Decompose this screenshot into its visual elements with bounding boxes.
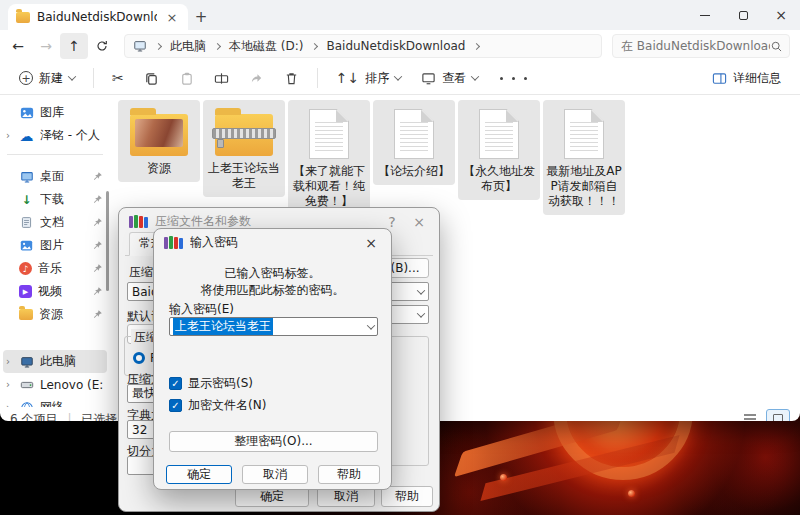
desktop-icon (19, 169, 34, 184)
tab-close-icon[interactable]: × (164, 10, 180, 25)
forward-button[interactable]: → (32, 33, 60, 59)
more-options-button[interactable] (489, 64, 537, 92)
view-label: 查看 (442, 70, 466, 87)
file-item-txt-3[interactable]: 【永久地址发布页】 (458, 100, 540, 200)
sidebar-scrollbar[interactable] (106, 191, 109, 291)
search-placeholder: 在 BaiduNetdiskDownload 中搜索 (621, 38, 770, 55)
file-item-ziyuan[interactable]: 资源 (118, 100, 200, 182)
password-input[interactable]: 上老王论坛当老王 (169, 317, 378, 336)
chevron-down-icon (394, 72, 402, 80)
downloads-icon: ↓ (19, 192, 34, 207)
refresh-button[interactable] (88, 33, 116, 59)
checkbox-checked-icon: ✓ (169, 399, 182, 412)
explorer-tab[interactable]: BaiduNetdiskDownload × (8, 4, 188, 30)
breadcrumb-current-folder[interactable]: BaiduNetdiskDownload (326, 39, 465, 53)
large-icons-view-button[interactable] (766, 409, 790, 421)
show-password-checkbox[interactable]: ✓ 显示密码(S) (169, 375, 253, 392)
text-document-icon (564, 109, 604, 159)
breadcrumb-this-pc[interactable]: 此电脑 (170, 38, 206, 55)
folder-with-thumbnail-icon (130, 114, 188, 156)
close-icon[interactable]: × (409, 214, 429, 230)
sidebar-item-lenovo-drive[interactable]: › Lenovo (E:) (3, 373, 107, 396)
sidebar-item-ziyuan-folder[interactable]: 资源 (3, 303, 107, 326)
chevron-right-icon: › (6, 356, 10, 367)
cut-button[interactable]: ✂ (103, 64, 133, 92)
encrypt-names-checkbox[interactable]: ✓ 加密文件名(N) (169, 397, 266, 414)
rar-radio[interactable] (133, 352, 145, 364)
new-tab-button[interactable]: + (188, 4, 214, 30)
chevron-right-icon (214, 42, 221, 49)
this-pc-icon (133, 39, 147, 53)
chevron-down-icon (471, 72, 479, 80)
sidebar-item-music[interactable]: ♪ 音乐 (3, 257, 107, 280)
pictures-icon (19, 238, 34, 253)
close-icon[interactable]: × (361, 235, 381, 251)
chevron-down-icon (367, 321, 375, 329)
copy-button[interactable] (135, 64, 168, 92)
drive-icon (19, 377, 34, 392)
chevron-right-icon (311, 42, 318, 49)
pin-icon (92, 309, 103, 320)
archive-help-button[interactable]: 帮助 (381, 486, 433, 507)
file-item-txt-4[interactable]: 最新地址及APP请发邮箱自动获取！！！ (543, 100, 625, 215)
sidebar-item-downloads[interactable]: ↓ 下载 (3, 188, 107, 211)
view-button[interactable]: 查看 (412, 64, 487, 92)
sidebar-item-onedrive[interactable]: › ☁ 泽铭 - 个人 (3, 124, 107, 147)
password-help-button[interactable]: 帮助 (318, 465, 380, 484)
chevron-right-icon: › (6, 379, 10, 390)
chevron-right-icon: › (6, 130, 10, 141)
item-count: 6 个项目 (10, 411, 57, 422)
password-input-label: 输入密码(E) (169, 301, 234, 318)
rename-button[interactable] (205, 64, 238, 92)
sort-label: 排序 (365, 70, 389, 87)
password-ok-button[interactable]: 确定 (166, 465, 232, 484)
pin-icon (92, 240, 103, 251)
breadcrumb[interactable]: 此电脑 本地磁盘 (D:) BaiduNetdiskDownload (124, 34, 602, 58)
details-pane-button[interactable]: 详细信息 (703, 64, 790, 92)
details-label: 详细信息 (733, 70, 781, 87)
rename-icon (214, 71, 229, 86)
file-item-txt-2[interactable]: 【论坛介绍】 (373, 100, 455, 185)
close-button[interactable]: × (762, 0, 800, 30)
delete-button[interactable] (275, 64, 308, 92)
password-dialog-titlebar[interactable]: 输入密码 × (154, 229, 391, 256)
breadcrumb-drive-d[interactable]: 本地磁盘 (D:) (229, 38, 303, 55)
password-cancel-button[interactable]: 取消 (242, 465, 308, 484)
sort-icon: ↑↓ (336, 70, 359, 86)
details-view-button[interactable] (738, 409, 762, 421)
paste-icon (179, 71, 194, 86)
pin-icon (92, 286, 103, 297)
text-document-icon (394, 109, 434, 159)
sort-button[interactable]: ↑↓ 排序 (327, 64, 410, 92)
sidebar-item-this-pc[interactable]: › 此电脑 (3, 350, 107, 373)
paste-button[interactable] (170, 64, 203, 92)
share-button[interactable] (240, 64, 273, 92)
password-dialog: 输入密码 × 已输入密码标签。 将使用匹配此标签的密码。 输入密码(E) 上老王… (153, 228, 392, 490)
up-button[interactable]: ↑ (60, 33, 88, 59)
wallpaper-dot (500, 474, 507, 481)
this-pc-icon (19, 354, 34, 369)
file-item-archive-folder[interactable]: 上老王论坛当老王 (203, 100, 285, 197)
sidebar-item-pictures[interactable]: 图片 (3, 234, 107, 257)
folder-icon (16, 12, 30, 23)
sidebar-item-network[interactable]: › 网络 (3, 396, 107, 407)
pin-icon (92, 263, 103, 274)
music-icon: ♪ (19, 262, 32, 275)
sidebar-item-gallery[interactable]: 图库 (3, 101, 107, 124)
back-button[interactable]: ← (4, 33, 32, 59)
search-input[interactable]: 在 BaiduNetdiskDownload 中搜索 (612, 34, 790, 58)
text-document-icon (309, 109, 349, 159)
organize-passwords-button[interactable]: 整理密码(O)... (169, 431, 378, 452)
address-bar: ← → ↑ 此电脑 本地磁盘 (D:) BaiduNetdiskDownload… (0, 30, 800, 62)
sidebar-item-videos[interactable]: ▶ 视频 (3, 280, 107, 303)
sidebar-divider (7, 154, 103, 155)
file-item-txt-1[interactable]: 【来了就能下载和观看！纯免费！】 (288, 100, 370, 215)
minimize-button[interactable] (686, 0, 724, 30)
pin-icon (92, 217, 103, 228)
sidebar-item-documents[interactable]: 文档 (3, 211, 107, 234)
new-button[interactable]: + 新建 (10, 64, 84, 92)
share-icon (249, 71, 264, 86)
command-toolbar: + 新建 ✂ ↑↓ 排序 查看 (0, 62, 800, 95)
sidebar-item-desktop[interactable]: 桌面 (3, 165, 107, 188)
maximize-button[interactable] (724, 0, 762, 30)
